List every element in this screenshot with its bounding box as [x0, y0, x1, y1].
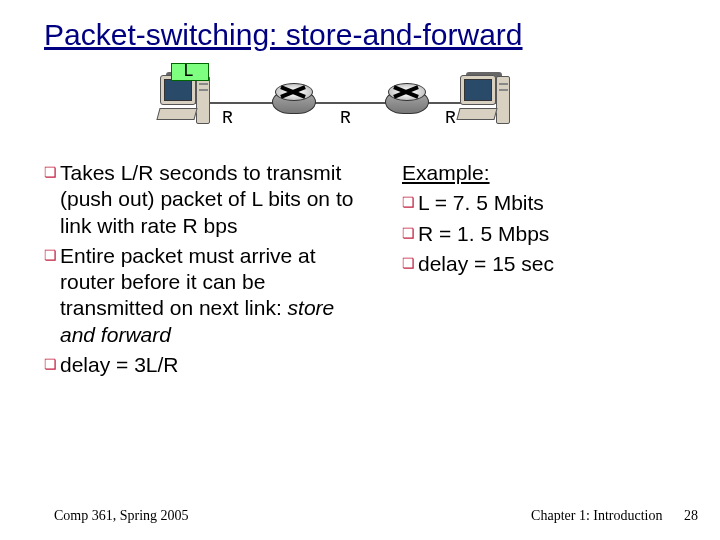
bullet-icon: ❏	[44, 352, 60, 378]
bullet-icon: ❏	[402, 251, 418, 277]
list-item: ❏ Takes L/R seconds to transmit (push ou…	[44, 160, 374, 239]
list-item: ❏ R = 1. 5 Mbps	[402, 221, 668, 247]
host-left-icon	[160, 72, 212, 132]
example-header: Example:	[402, 160, 668, 186]
router-2-icon	[385, 80, 429, 120]
bullet-text: Takes L/R seconds to transmit (push out)…	[60, 161, 353, 237]
page-title: Packet-switching: store-and-forward	[0, 18, 720, 52]
packet-label: L	[183, 61, 194, 81]
network-diagram: L R R R	[0, 58, 720, 158]
page-number: 28	[684, 508, 698, 523]
example-text: R = 1. 5 Mbps	[418, 221, 549, 247]
link-rate-3: R	[445, 108, 456, 128]
slide: Packet-switching: store-and-forward L R …	[0, 0, 720, 540]
link-rate-2: R	[340, 108, 351, 128]
bullet-text: delay = 3L/R	[60, 353, 179, 376]
link-wire	[195, 102, 505, 104]
host-right-icon	[460, 72, 512, 132]
right-column: Example: ❏ L = 7. 5 Mbits ❏ R = 1. 5 Mbp…	[374, 160, 668, 382]
bullet-icon: ❏	[402, 190, 418, 216]
body: ❏ Takes L/R seconds to transmit (push ou…	[0, 160, 720, 382]
list-item: ❏ L = 7. 5 Mbits	[402, 190, 668, 216]
left-column: ❏ Takes L/R seconds to transmit (push ou…	[44, 160, 374, 382]
bullet-icon: ❏	[44, 160, 60, 239]
list-item: ❏ delay = 3L/R	[44, 352, 374, 378]
link-rate-1: R	[222, 108, 233, 128]
footer: Comp 361, Spring 2005 Chapter 1: Introdu…	[0, 508, 720, 524]
footer-chapter: Chapter 1: Introduction	[531, 508, 662, 523]
list-item: ❏ Entire packet must arrive at router be…	[44, 243, 374, 348]
list-item: ❏ delay = 15 sec	[402, 251, 668, 277]
router-1-icon	[272, 80, 316, 120]
example-text: delay = 15 sec	[418, 251, 554, 277]
example-text: L = 7. 5 Mbits	[418, 190, 544, 216]
bullet-icon: ❏	[402, 221, 418, 247]
bullet-text: Entire packet must arrive at router befo…	[60, 244, 316, 320]
footer-course: Comp 361, Spring 2005	[54, 508, 189, 524]
bullet-icon: ❏	[44, 243, 60, 348]
